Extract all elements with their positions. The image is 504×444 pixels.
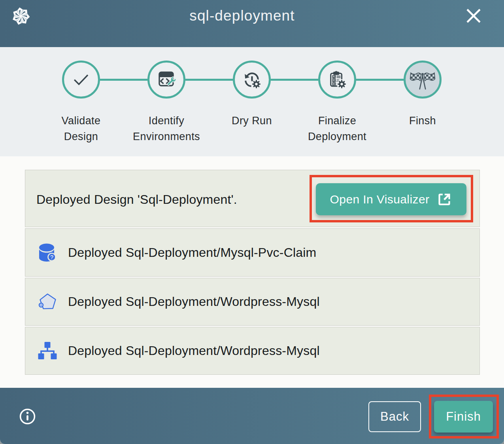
svg-text:?: ? — [50, 254, 53, 260]
